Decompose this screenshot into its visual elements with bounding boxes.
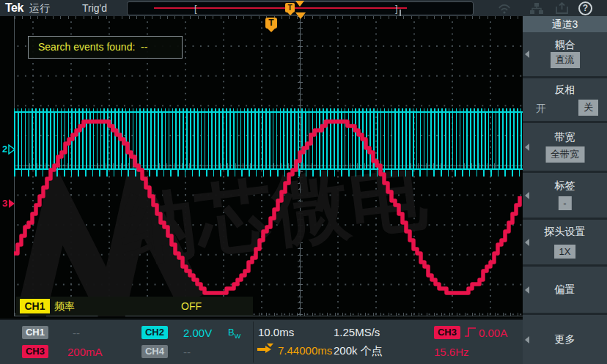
measurement-channel-badge[interactable]: CH1 [20,299,50,313]
ch1-badge[interactable]: CH1 [22,326,48,339]
tek-logo: Tek [5,1,23,15]
ch3-reference-marker[interactable]: 3 [2,198,15,209]
menu-item-label[interactable]: 标签 - [523,173,607,218]
trigger-position-pin-small[interactable]: T [285,3,295,12]
record-length: 200k 个点 [334,344,383,358]
menu-item-offset[interactable]: 偏置 [523,267,607,313]
ch2-reference-marker[interactable]: 2 [2,144,15,155]
invert-off-option[interactable]: 关 [578,100,598,116]
trigger-slope-rising-icon [464,326,477,338]
wifi-icon[interactable] [497,2,512,15]
probe-attenuation-value[interactable]: 1X [554,245,576,259]
save-export-icon[interactable] [555,2,570,15]
measurement-type-label: 频率 [54,300,75,313]
trigger-position-marker[interactable] [295,12,306,19]
measurement-bar[interactable]: CH1 频率 OFF [16,297,253,316]
ch3-waveform [0,16,523,319]
submenu-arrow-icon [525,192,529,199]
measurement-value: OFF [181,300,202,312]
expansion-point-marker-small [295,1,304,7]
status-divider [253,322,254,363]
side-menu: 通道3 耦合 直流 反相 开 关 带宽 全带宽 标签 - 探头设置 1X [523,16,607,364]
trigger-source-badge[interactable]: CH3 [434,326,460,339]
horizontal-delay-value[interactable]: 7.44000ms [278,344,332,357]
trigger-frequency: 15.6Hz [434,346,469,358]
ch2-badge[interactable]: CH2 [141,326,168,339]
label-value[interactable]: - [558,196,571,210]
oscilloscope-screen: Tek 运行 Trig'd [ ] T ? [0,0,607,364]
ch2-marker-arrow-icon [8,144,15,155]
ch4-scale-value: -- [183,346,191,358]
waveform-display: 纳芯微电 2 3 T Search events found: -- [0,16,523,319]
menu-item-probe-setup[interactable]: 探头设置 1X [523,220,607,264]
coupling-value[interactable]: 直流 [551,52,580,68]
menu-item-more[interactable]: 更多 [523,315,607,364]
zoom-bracket-open: [ [194,2,197,15]
menu-item-invert[interactable]: 反相 开 关 [523,78,607,121]
submenu-arrow-icon [525,286,529,294]
timebase-scale[interactable]: 10.0ms [258,326,294,338]
record-view-cursor [400,10,401,16]
search-events-banner: Search events found: -- [28,36,183,59]
ch1-scale-value: -- [73,327,80,339]
menu-item-coupling[interactable]: 耦合 直流 [523,32,607,76]
submenu-arrow-icon [525,336,529,343]
ch2-scale-value: 2.00V [183,327,212,339]
menu-item-bandwidth[interactable]: 带宽 全带宽 [523,123,607,171]
invert-on-option[interactable]: 开 [536,103,546,116]
ch3-marker-arrow-icon [8,198,15,209]
submenu-arrow-icon [525,144,529,151]
sample-rate: 1.25MS/s [334,326,380,338]
trigger-status: Trig'd [82,2,107,14]
ch2-bandwidth-limit-icon: BW [228,327,240,340]
help-icon[interactable]: ? [578,1,592,15]
submenu-arrow-icon [525,239,529,246]
acquisition-status: 运行 [29,2,50,15]
record-view-waveform-extent [154,7,407,9]
ch3-badge[interactable]: CH3 [22,345,48,358]
network-icon[interactable] [529,2,544,15]
menu-title-channel3: 通道3 [523,16,607,32]
ch3-scale-value: 200mA [67,346,103,358]
status-bar: CH1 -- CH2 2.00V BW CH3 200mA CH4 -- 10.… [0,319,523,364]
trigger-level-value[interactable]: 0.00A [479,327,507,339]
bandwidth-value[interactable]: 全带宽 [545,146,584,163]
trigger-point-badge[interactable]: T [265,18,277,29]
ch4-badge[interactable]: CH4 [141,345,168,358]
delay-arrow-icon [257,343,276,354]
zoom-bracket-close: ] [395,2,398,15]
